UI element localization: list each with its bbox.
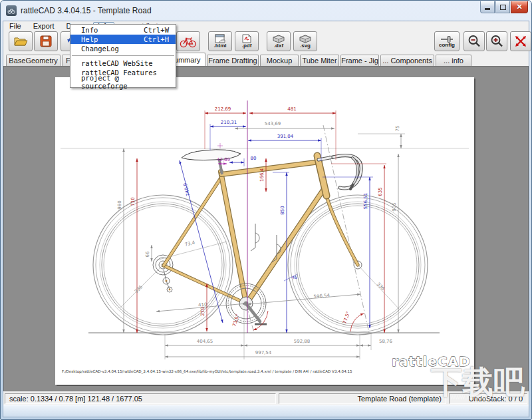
maximize-button[interactable]: [495, 1, 510, 13]
dim-77-5: 77,5°: [342, 311, 351, 325]
dim-543-69: 543,69: [265, 121, 281, 126]
dim-556-51: 556,51: [363, 193, 368, 210]
dim-635: 635: [378, 187, 383, 196]
drawing-canvas[interactable]: 212,69 481 210,31 543,69 391,04 42,69: [3, 66, 529, 391]
minimize-icon: [485, 8, 490, 10]
app-icon: [6, 5, 17, 16]
close-button[interactable]: ✕: [511, 1, 528, 13]
open-file-button[interactable]: [9, 31, 33, 51]
dim-410: 410: [198, 302, 207, 308]
dim-210-31: 210,31: [221, 120, 237, 125]
rear-derailleur: [163, 270, 172, 292]
statusbar: scale: 0.1334 / 0.78 [m] 121.48 / 1677.0…: [3, 391, 529, 405]
export-html-button[interactable]: .html: [208, 31, 232, 51]
export-dxf-button[interactable]: .dxf: [267, 31, 291, 51]
bicycle-icon: [180, 34, 197, 49]
tab-basegeometry[interactable]: BaseGeometry: [6, 55, 61, 66]
tab-tube-miter[interactable]: Tube Miter: [300, 55, 339, 66]
status-template: Template Road (template): [279, 393, 446, 404]
window-title: rattleCAD 3.4.04.15 - Template Road: [21, 6, 152, 15]
export-svg-label: .svg: [300, 43, 311, 49]
tab-info[interactable]: ... info: [436, 55, 471, 66]
dim-905: 905: [392, 202, 397, 211]
save-button[interactable]: [34, 31, 58, 51]
dim-710: 710: [130, 197, 136, 206]
menu-export[interactable]: Export: [27, 21, 61, 31]
dim-73-4: 73,4: [184, 240, 196, 248]
dim-592-88: 592,88: [294, 339, 311, 344]
dim-58-76: 58,76: [379, 339, 393, 344]
zoom-out-icon: [467, 34, 481, 49]
export-dxf-label: .dxf: [274, 43, 283, 49]
dim-75: 75: [395, 126, 400, 132]
close-icon: ✕: [516, 3, 522, 11]
status-undostack: UndoStack: 0 / 0: [449, 393, 527, 404]
dim-391-04: 391,04: [277, 134, 294, 139]
dim-850: 850: [280, 206, 285, 214]
dim-42-69: 42,69: [217, 157, 230, 162]
window-bottom-frame: [3, 405, 529, 417]
export-html-label: .html: [213, 43, 226, 49]
zoom-in-icon: [489, 34, 504, 49]
export-svg-button[interactable]: .svg: [293, 31, 317, 51]
dim-66: 66: [145, 251, 150, 257]
menu-item-website-label: rattleCAD WebSite: [81, 59, 152, 67]
app-icon-glyph: [7, 7, 15, 15]
saddle: [182, 150, 241, 160]
menu-item-sourceforge[interactable]: project @ sourceforge: [70, 77, 176, 87]
menu-item-help-shortcut: Ctrl+H: [144, 35, 169, 43]
bike-view-button[interactable]: [176, 31, 200, 51]
menu-item-help-label: Help: [81, 35, 98, 43]
dim-212-69: 212,69: [215, 106, 231, 112]
menu-item-sourceforge-label: project @ sourceforge: [81, 74, 169, 90]
tab-components[interactable]: ... Components: [380, 55, 434, 66]
titlebar[interactable]: rattleCAD 3.4.04.15 - Template Road: [1, 1, 531, 21]
dim-166-4: 166,4: [259, 168, 265, 182]
menu-item-info-shortcut: Ctrl+W: [144, 26, 169, 34]
menu-item-changelog-label: ChangeLog: [81, 45, 119, 53]
menu-file[interactable]: File: [3, 21, 27, 31]
menu-item-changelog[interactable]: ChangeLog: [70, 44, 176, 53]
dim-481: 481: [287, 106, 296, 112]
drawing-page: 212,69 481 210,31 543,69 391,04 42,69: [55, 77, 474, 385]
dim-997-54: 997,54: [255, 350, 272, 355]
export-pdf-button[interactable]: .pdf: [235, 31, 259, 51]
menu-item-website[interactable]: rattleCAD WebSite: [70, 59, 176, 68]
dim-270: 270: [200, 307, 205, 315]
zoom-in-button[interactable]: [486, 31, 507, 51]
info-dropdown-menu: Info Ctrl+W Help Ctrl+H ChangeLog rattle…: [70, 24, 176, 88]
dim-404-65: 404,65: [197, 339, 213, 344]
tab-frame-drafting[interactable]: Frame Drafting: [207, 55, 259, 66]
drawing-footer-text: F:/Desktop/rattleCAD-v3.4.04.15/rattleCA…: [62, 369, 352, 374]
bicycle-drawing: 212,69 481 210,31 543,69 391,04 42,69: [55, 77, 474, 385]
menu-item-info[interactable]: Info Ctrl+W: [70, 25, 176, 35]
save-icon: [39, 34, 53, 49]
dim-45: 45: [292, 275, 297, 280]
rattlecad-logo: rattleCAD: [392, 353, 471, 369]
dim-596-54: 596,54: [313, 293, 331, 300]
dim-80: 80: [251, 156, 257, 161]
zoom-out-button[interactable]: [464, 31, 485, 51]
dim-980: 980: [117, 200, 122, 209]
menu-item-info-label: Info: [81, 26, 98, 34]
fit-view-button[interactable]: [510, 31, 531, 51]
open-folder-icon: [13, 34, 29, 49]
export-pdf-label: .pdf: [242, 43, 252, 49]
dim-740-9: 740,9: [183, 182, 192, 196]
config-button[interactable]: config: [434, 31, 460, 51]
crankset: [226, 284, 267, 324]
fit-view-icon: [513, 34, 528, 49]
tab-frame-jig[interactable]: Frame - Jig: [340, 55, 379, 66]
config-label: config: [439, 43, 455, 48]
tab-mockup[interactable]: Mockup: [260, 55, 299, 66]
menu-separator: [72, 55, 174, 57]
maximize-icon: [500, 5, 506, 10]
caption-buttons: ✕: [480, 1, 528, 13]
status-scale: scale: 0.1334 / 0.78 [m] 121.48 / 1677.0…: [5, 393, 276, 404]
minimize-button[interactable]: [480, 1, 495, 13]
menu-item-help[interactable]: Help Ctrl+H: [70, 35, 176, 44]
